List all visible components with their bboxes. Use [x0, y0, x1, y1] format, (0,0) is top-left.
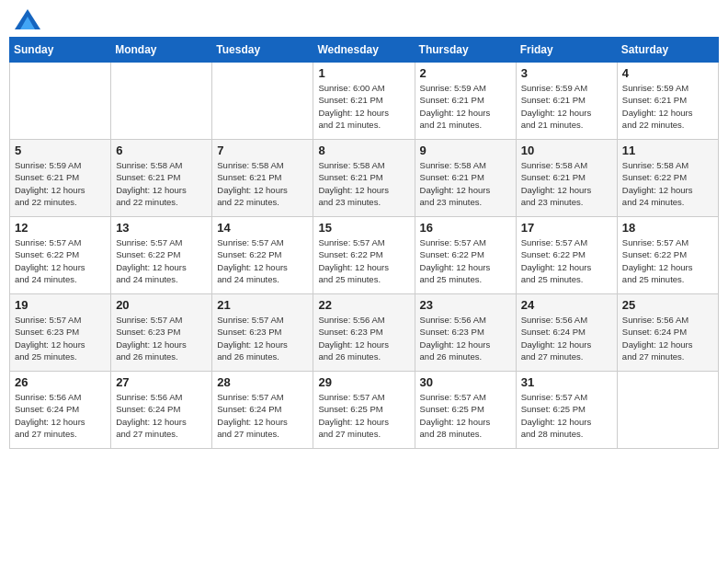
- calendar-cell: [10, 63, 111, 140]
- day-number: 16: [420, 221, 511, 235]
- calendar-cell: 16Sunrise: 5:57 AM Sunset: 6:22 PM Dayli…: [415, 217, 516, 294]
- cell-content: 15Sunrise: 5:57 AM Sunset: 6:22 PM Dayli…: [318, 221, 409, 290]
- calendar-cell: 17Sunrise: 5:57 AM Sunset: 6:22 PM Dayli…: [516, 217, 617, 294]
- weekday-header-tuesday: Tuesday: [212, 38, 313, 63]
- day-number: 2: [420, 66, 511, 80]
- calendar-week-row: 26Sunrise: 5:56 AM Sunset: 6:24 PM Dayli…: [10, 372, 719, 449]
- cell-content: 22Sunrise: 5:56 AM Sunset: 6:23 PM Dayli…: [318, 298, 409, 367]
- day-info: Sunrise: 5:59 AM Sunset: 6:21 PM Dayligh…: [521, 82, 612, 131]
- calendar-cell: 11Sunrise: 5:58 AM Sunset: 6:22 PM Dayli…: [617, 140, 718, 217]
- cell-content: 4Sunrise: 5:59 AM Sunset: 6:21 PM Daylig…: [622, 66, 713, 135]
- day-info: Sunrise: 5:57 AM Sunset: 6:22 PM Dayligh…: [217, 236, 308, 285]
- day-info: Sunrise: 5:56 AM Sunset: 6:24 PM Dayligh…: [521, 314, 612, 362]
- day-info: Sunrise: 5:58 AM Sunset: 6:21 PM Dayligh…: [217, 159, 308, 208]
- calendar-cell: 7Sunrise: 5:58 AM Sunset: 6:21 PM Daylig…: [212, 140, 313, 217]
- day-info: Sunrise: 5:59 AM Sunset: 6:21 PM Dayligh…: [15, 159, 106, 208]
- day-number: 22: [318, 298, 409, 312]
- calendar-cell: 8Sunrise: 5:58 AM Sunset: 6:21 PM Daylig…: [313, 140, 415, 217]
- calendar-cell: 12Sunrise: 5:57 AM Sunset: 6:22 PM Dayli…: [10, 217, 111, 294]
- day-number: 5: [15, 144, 106, 157]
- day-number: 24: [521, 298, 612, 312]
- day-number: 18: [622, 221, 713, 235]
- cell-content: 18Sunrise: 5:57 AM Sunset: 6:22 PM Dayli…: [622, 221, 713, 290]
- day-number: 15: [318, 221, 409, 235]
- calendar-cell: 10Sunrise: 5:58 AM Sunset: 6:21 PM Dayli…: [516, 140, 617, 217]
- calendar-cell: [111, 63, 212, 140]
- cell-content: 17Sunrise: 5:57 AM Sunset: 6:22 PM Dayli…: [521, 221, 612, 290]
- day-info: Sunrise: 5:56 AM Sunset: 6:24 PM Dayligh…: [116, 391, 207, 440]
- calendar-cell: 22Sunrise: 5:56 AM Sunset: 6:23 PM Dayli…: [313, 294, 415, 372]
- day-info: Sunrise: 5:57 AM Sunset: 6:25 PM Dayligh…: [420, 391, 511, 440]
- weekday-header-wednesday: Wednesday: [313, 38, 415, 63]
- calendar-cell: 3Sunrise: 5:59 AM Sunset: 6:21 PM Daylig…: [516, 63, 617, 140]
- day-info: Sunrise: 5:57 AM Sunset: 6:22 PM Dayligh…: [116, 236, 207, 285]
- logo-icon: [15, 9, 40, 29]
- calendar-cell: 4Sunrise: 5:59 AM Sunset: 6:21 PM Daylig…: [617, 63, 718, 140]
- cell-content: 6Sunrise: 5:58 AM Sunset: 6:21 PM Daylig…: [116, 144, 207, 213]
- cell-content: 31Sunrise: 5:57 AM Sunset: 6:25 PM Dayli…: [521, 375, 612, 444]
- day-number: 10: [521, 144, 612, 157]
- day-number: 4: [622, 66, 713, 80]
- calendar-cell: 30Sunrise: 5:57 AM Sunset: 6:25 PM Dayli…: [415, 372, 516, 449]
- calendar-cell: 25Sunrise: 5:56 AM Sunset: 6:24 PM Dayli…: [617, 294, 718, 372]
- weekday-header-thursday: Thursday: [415, 38, 516, 63]
- day-info: Sunrise: 5:59 AM Sunset: 6:21 PM Dayligh…: [622, 82, 713, 131]
- calendar-week-row: 19Sunrise: 5:57 AM Sunset: 6:23 PM Dayli…: [10, 294, 719, 372]
- day-number: 23: [420, 298, 511, 312]
- calendar-cell: 9Sunrise: 5:58 AM Sunset: 6:21 PM Daylig…: [415, 140, 516, 217]
- day-number: 14: [217, 221, 308, 235]
- day-number: 20: [116, 298, 207, 312]
- weekday-header-sunday: Sunday: [10, 38, 111, 63]
- cell-content: 14Sunrise: 5:57 AM Sunset: 6:22 PM Dayli…: [217, 221, 308, 290]
- calendar-cell: 15Sunrise: 5:57 AM Sunset: 6:22 PM Dayli…: [313, 217, 415, 294]
- weekday-header-row: SundayMondayTuesdayWednesdayThursdayFrid…: [10, 38, 719, 63]
- calendar-week-row: 5Sunrise: 5:59 AM Sunset: 6:21 PM Daylig…: [10, 140, 719, 217]
- cell-content: 20Sunrise: 5:57 AM Sunset: 6:23 PM Dayli…: [116, 298, 207, 367]
- day-number: 29: [318, 375, 409, 389]
- calendar-cell: 6Sunrise: 5:58 AM Sunset: 6:21 PM Daylig…: [111, 140, 212, 217]
- calendar-cell: 29Sunrise: 5:57 AM Sunset: 6:25 PM Dayli…: [313, 372, 415, 449]
- day-info: Sunrise: 5:56 AM Sunset: 6:24 PM Dayligh…: [15, 391, 106, 440]
- day-number: 12: [15, 221, 106, 235]
- day-info: Sunrise: 5:57 AM Sunset: 6:23 PM Dayligh…: [217, 314, 308, 362]
- cell-content: 24Sunrise: 5:56 AM Sunset: 6:24 PM Dayli…: [521, 298, 612, 367]
- day-number: 17: [521, 221, 612, 235]
- day-number: 30: [420, 375, 511, 389]
- calendar-cell: 20Sunrise: 5:57 AM Sunset: 6:23 PM Dayli…: [111, 294, 212, 372]
- cell-content: 26Sunrise: 5:56 AM Sunset: 6:24 PM Dayli…: [15, 375, 106, 444]
- day-number: 27: [116, 375, 207, 389]
- cell-content: 3Sunrise: 5:59 AM Sunset: 6:21 PM Daylig…: [521, 66, 612, 135]
- calendar-cell: 14Sunrise: 5:57 AM Sunset: 6:22 PM Dayli…: [212, 217, 313, 294]
- cell-content: 9Sunrise: 5:58 AM Sunset: 6:21 PM Daylig…: [420, 144, 511, 213]
- day-info: Sunrise: 5:58 AM Sunset: 6:21 PM Dayligh…: [420, 159, 511, 208]
- calendar-cell: [617, 372, 718, 449]
- calendar-cell: 2Sunrise: 5:59 AM Sunset: 6:21 PM Daylig…: [415, 63, 516, 140]
- day-info: Sunrise: 5:58 AM Sunset: 6:21 PM Dayligh…: [318, 159, 409, 208]
- cell-content: 23Sunrise: 5:56 AM Sunset: 6:23 PM Dayli…: [420, 298, 511, 367]
- day-number: 19: [15, 298, 106, 312]
- day-number: 11: [622, 144, 713, 157]
- calendar-week-row: 1Sunrise: 6:00 AM Sunset: 6:21 PM Daylig…: [10, 63, 719, 140]
- calendar-cell: 5Sunrise: 5:59 AM Sunset: 6:21 PM Daylig…: [10, 140, 111, 217]
- cell-content: 2Sunrise: 5:59 AM Sunset: 6:21 PM Daylig…: [420, 66, 511, 135]
- cell-content: 27Sunrise: 5:56 AM Sunset: 6:24 PM Dayli…: [116, 375, 207, 444]
- calendar-week-row: 12Sunrise: 5:57 AM Sunset: 6:22 PM Dayli…: [10, 217, 719, 294]
- cell-content: 19Sunrise: 5:57 AM Sunset: 6:23 PM Dayli…: [15, 298, 106, 367]
- cell-content: 10Sunrise: 5:58 AM Sunset: 6:21 PM Dayli…: [521, 144, 612, 213]
- day-number: 26: [15, 375, 106, 389]
- day-info: Sunrise: 5:57 AM Sunset: 6:22 PM Dayligh…: [420, 236, 511, 285]
- cell-content: 12Sunrise: 5:57 AM Sunset: 6:22 PM Dayli…: [15, 221, 106, 290]
- calendar-cell: 24Sunrise: 5:56 AM Sunset: 6:24 PM Dayli…: [516, 294, 617, 372]
- calendar-cell: 19Sunrise: 5:57 AM Sunset: 6:23 PM Dayli…: [10, 294, 111, 372]
- calendar-cell: 18Sunrise: 5:57 AM Sunset: 6:22 PM Dayli…: [617, 217, 718, 294]
- day-info: Sunrise: 5:57 AM Sunset: 6:22 PM Dayligh…: [318, 236, 409, 285]
- day-number: 25: [622, 298, 713, 312]
- day-info: Sunrise: 6:00 AM Sunset: 6:21 PM Dayligh…: [318, 82, 409, 131]
- cell-content: 13Sunrise: 5:57 AM Sunset: 6:22 PM Dayli…: [116, 221, 207, 290]
- day-info: Sunrise: 5:57 AM Sunset: 6:22 PM Dayligh…: [521, 236, 612, 285]
- calendar-cell: 31Sunrise: 5:57 AM Sunset: 6:25 PM Dayli…: [516, 372, 617, 449]
- cell-content: 11Sunrise: 5:58 AM Sunset: 6:22 PM Dayli…: [622, 144, 713, 213]
- day-number: 13: [116, 221, 207, 235]
- calendar-cell: 21Sunrise: 5:57 AM Sunset: 6:23 PM Dayli…: [212, 294, 313, 372]
- cell-content: 7Sunrise: 5:58 AM Sunset: 6:21 PM Daylig…: [217, 144, 308, 213]
